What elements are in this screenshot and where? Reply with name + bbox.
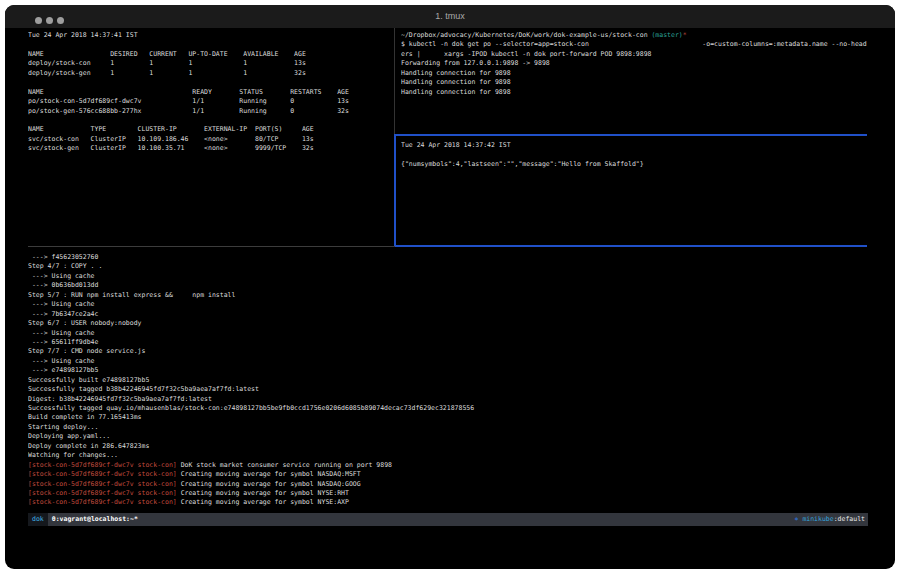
terminal-line: [stock-con-5d7df689cf-dwc7v stock-con] C…	[28, 498, 868, 507]
terminal-line: ---> 65611ff9db4e	[28, 338, 868, 347]
pane-port-forward[interactable]: ~/Dropbox/advocacy/Kubernetes/DoK/work/d…	[401, 31, 867, 133]
terminal-line: Handling connection for 9898	[401, 78, 867, 87]
terminal-line: ---> e74898127bb5	[28, 366, 868, 375]
kube-context-namespace: :default	[834, 515, 865, 523]
kubernetes-helm-icon: ⎈	[795, 515, 799, 523]
terminal-line: ---> Using cache	[28, 357, 868, 366]
terminal-line: Successfully tagged b38b42246945fd7f32c5…	[28, 385, 868, 394]
terminal-line: [stock-con-5d7df689cf-dwc7v stock-con] C…	[28, 489, 868, 498]
terminal-line: po/stock-gen-576cc688bb-277hx 1/1 Runnin…	[28, 107, 394, 116]
terminal-line: Deploying app.yaml...	[28, 432, 868, 441]
terminal-line: $ kubectl -n dok get po --selector=app=s…	[401, 40, 867, 49]
terminal-line: ---> Using cache	[28, 300, 868, 309]
pane-curl-output[interactable]: Tue 24 Apr 2018 14:37:42 IST {"numsymbol…	[401, 141, 863, 245]
pane-divider-vertical[interactable]	[394, 28, 395, 136]
tmux-status-bar: dok 0:vagrant@localhost:~* ⎈ minikube:de…	[28, 513, 868, 526]
terminal-line	[401, 150, 863, 159]
pane-kubectl-watch[interactable]: Tue 24 Apr 2018 14:37:41 IST NAME DESIRE…	[28, 31, 394, 245]
terminal-line: ---> 0b636bd013dd	[28, 281, 868, 290]
terminal-line: Build complete in 77.165413ms	[28, 413, 868, 422]
terminal-line: {"numsymbols":4,"lastseen":"","message":…	[401, 160, 863, 169]
pane-skaffold-log[interactable]: ---> f45623052760Step 4/7 : COPY . . ---…	[28, 253, 868, 511]
status-window-label[interactable]: 0:vagrant@localhost:~*	[48, 513, 138, 526]
terminal-line: Successfully built e74898127bb5	[28, 376, 868, 385]
terminal-line: ---> 7b6347ce2a4c	[28, 310, 868, 319]
terminal-line: ers | xargs -IPOD kubectl -n dok port-fo…	[401, 50, 867, 59]
terminal-line: svc/stock-con ClusterIP 10.109.186.46 <n…	[28, 135, 394, 144]
terminal-line: deploy/stock-con 1 1 1 1 13s	[28, 59, 394, 68]
terminal-line: po/stock-con-5d7df689cf-dwc7v 1/1 Runnin…	[28, 97, 394, 106]
terminal-line	[28, 40, 394, 49]
terminal-line: ~/Dropbox/advocacy/Kubernetes/DoK/work/d…	[401, 31, 867, 40]
terminal-line: Deploy complete in 286.647823ms	[28, 442, 868, 451]
terminal-line: Successfully tagged quay.io/mhausenblas/…	[28, 404, 868, 413]
terminal-line: Step 5/7 : RUN npm install express && np…	[28, 291, 868, 300]
terminal-line: Starting deploy...	[28, 423, 868, 432]
terminal-line	[28, 78, 394, 87]
terminal-line: [stock-con-5d7df689cf-dwc7v stock-con] C…	[28, 470, 868, 479]
session-name[interactable]: dok	[28, 513, 48, 526]
terminal-line: deploy/stock-gen 1 1 1 1 32s	[28, 69, 394, 78]
terminal-line: Step 6/7 : USER nobody:nobody	[28, 319, 868, 328]
terminal-line: Tue 24 Apr 2018 14:37:42 IST	[401, 141, 863, 150]
pane-divider-horizontal[interactable]	[28, 246, 395, 247]
status-right-section: ⎈ minikube:default	[795, 513, 868, 526]
terminal-line: Digest: b38b42246945fd7f32c5ba9aea7af7fd…	[28, 395, 868, 404]
terminal-line: [stock-con-5d7df689cf-dwc7v stock-con] D…	[28, 461, 868, 470]
terminal-line: [stock-con-5d7df689cf-dwc7v stock-con] C…	[28, 480, 868, 489]
terminal-line: ---> Using cache	[28, 329, 868, 338]
terminal-line: Watching for changes...	[28, 451, 868, 460]
terminal-line: Forwarding from 127.0.0.1:9898 -> 9898	[401, 59, 867, 68]
terminal-line: svc/stock-gen ClusterIP 10.100.35.71 <no…	[28, 144, 394, 153]
terminal-line	[28, 116, 394, 125]
terminal-line: NAME READY STATUS RESTARTS AGE	[28, 88, 394, 97]
terminal-content: Tue 24 Apr 2018 14:37:41 IST NAME DESIRE…	[5, 5, 895, 569]
terminal-line: Step 4/7 : COPY . .	[28, 262, 868, 271]
terminal-line: Handling connection for 9898	[401, 88, 867, 97]
terminal-line: Step 7/7 : CMD node service.js	[28, 347, 868, 356]
terminal-line: Tue 24 Apr 2018 14:37:41 IST	[28, 31, 394, 40]
terminal-line: NAME TYPE CLUSTER-IP EXTERNAL-IP PORT(S)…	[28, 125, 394, 134]
terminal-line: Handling connection for 9898	[401, 69, 867, 78]
terminal-line: NAME DESIRED CURRENT UP-TO-DATE AVAILABL…	[28, 50, 394, 59]
terminal-window: 1. tmux Tue 24 Apr 2018 14:37:41 IST NAM…	[5, 5, 895, 569]
terminal-line: ---> Using cache	[28, 272, 868, 281]
terminal-line: ---> f45623052760	[28, 253, 868, 262]
kube-context-host: minikube	[802, 515, 833, 523]
